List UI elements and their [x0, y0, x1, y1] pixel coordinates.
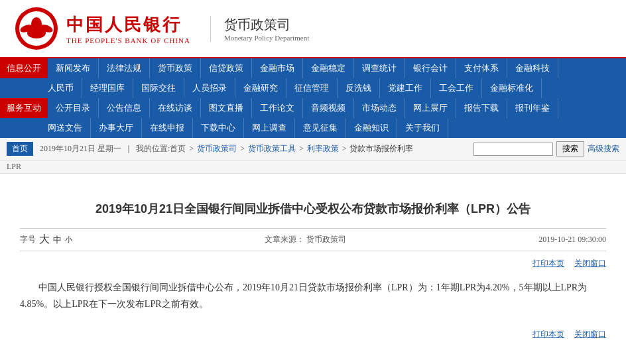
nav-row-4: 网送文告 办事大厅 在线申报 下载中心 网上调查 意见征集 金融知识 关于我们: [0, 118, 626, 138]
nav-item-opinion[interactable]: 意见征集: [295, 118, 346, 138]
nav-item-credit[interactable]: 信贷政策: [201, 58, 252, 78]
nav-item-online-submit[interactable]: 在线申报: [142, 118, 193, 138]
nav-label-service: 服务互动: [0, 98, 48, 118]
bank-emblem: [13, 5, 60, 52]
nav-item-office-hall[interactable]: 办事大厅: [91, 118, 142, 138]
source-label: 文章来源：: [265, 235, 304, 244]
dept-name-en: Monetary Policy Department: [224, 34, 309, 42]
breadcrumb-date: 2019年10月21日 星期一: [40, 143, 121, 154]
source-value: 货币政策司: [306, 235, 346, 244]
nav-items-row3: 公开目录 公告信息 在线访谈 图文直播 工作论文 音频视频 市场动态 网上展厅 …: [48, 98, 626, 118]
breadcrumb-lpr: 贷款市场报价利率: [349, 143, 413, 154]
nav-item-survey[interactable]: 调查统计: [354, 58, 405, 78]
nav-item-treasury[interactable]: 经理国库: [82, 78, 133, 98]
nav-item-fintech[interactable]: 金融科技: [507, 58, 558, 78]
logo-area: 中国人民银行 THE PEOPLE'S BANK OF CHINA: [13, 5, 190, 52]
advanced-search-link[interactable]: 高级搜索: [588, 143, 619, 154]
nav-item-financial-market[interactable]: 金融市场: [252, 58, 303, 78]
nav-item-exhibition[interactable]: 网上展厅: [405, 98, 456, 118]
nav-item-fin-standard[interactable]: 金融标准化: [482, 78, 542, 98]
breadcrumb-arrow2: >: [240, 144, 245, 154]
font-big-button[interactable]: 大: [39, 233, 50, 247]
breadcrumb-monetary-tools[interactable]: 货币政策工具: [248, 143, 296, 154]
font-small-button[interactable]: 小: [65, 235, 72, 245]
nav-item-catalog[interactable]: 公开目录: [48, 98, 99, 118]
nav-item-online-notice[interactable]: 网送文告: [40, 118, 91, 138]
home-button[interactable]: 首页: [7, 142, 33, 156]
print-link-top[interactable]: 打印本页: [532, 258, 564, 269]
nav-row-3: 服务互动 公开目录 公告信息 在线访谈 图文直播 工作论文 音频视频 市场动态 …: [0, 98, 626, 118]
nav-item-banking-accounting[interactable]: 银行会计: [405, 58, 456, 78]
nav-item-credit-mgmt[interactable]: 征信管理: [286, 78, 338, 98]
nav-item-finresearch[interactable]: 金融研究: [235, 78, 286, 98]
lpr-label: LPR: [7, 162, 21, 171]
article-source: 文章来源： 货币政策司: [265, 234, 346, 245]
nav-item-news[interactable]: 新闻发布: [48, 58, 99, 78]
close-link-bottom[interactable]: 关闭窗口: [574, 329, 606, 340]
breadcrumb-separator1: ｜: [125, 143, 133, 154]
article-actions-bottom: 打印本页 关闭窗口: [20, 322, 606, 340]
sub-breadcrumb: LPR: [0, 160, 626, 174]
nav-item-intl[interactable]: 国际交往: [133, 78, 184, 98]
nav-item-announcement[interactable]: 公告信息: [99, 98, 150, 118]
article-actions-top: 打印本页 关闭窗口: [20, 258, 606, 269]
nav-item-rmb[interactable]: 人民币: [40, 78, 82, 98]
breadcrumb-monetary-dept[interactable]: 货币政策司: [197, 143, 237, 154]
breadcrumb-arrow3: >: [299, 144, 304, 154]
nav-items-row4: 网送文告 办事大厅 在线申报 下载中心 网上调查 意见征集 金融知识 关于我们: [40, 118, 626, 138]
breadcrumb-location: 我的位置:首页: [136, 143, 186, 154]
nav-row-2: 人民币 经理国库 国际交往 人员招录 金融研究 征信管理 反洗钱 党建工作 工会…: [0, 78, 626, 98]
nav-item-payment[interactable]: 支付体系: [456, 58, 507, 78]
article-body: 中国人民银行授权全国银行间同业拆借中心公布，2019年10月21日贷款市场报价利…: [20, 279, 606, 312]
nav-item-aml[interactable]: 反洗钱: [338, 78, 380, 98]
nav-item-fin-knowledge[interactable]: 金融知识: [346, 118, 397, 138]
nav-items-row1: 新闻发布 法律法规 货币政策 信贷政策 金融市场 金融稳定 调查统计 银行会计 …: [48, 58, 626, 78]
nav-row-1: 信息公开 新闻发布 法律法规 货币政策 信贷政策 金融市场 金融稳定 调查统计 …: [0, 58, 626, 78]
nav-item-union[interactable]: 工会工作: [431, 78, 482, 98]
nav-label-info: 信息公开: [0, 58, 48, 78]
search-button[interactable]: 搜索: [556, 141, 584, 156]
nav-item-market[interactable]: 市场动态: [354, 98, 405, 118]
nav-label-empty2: [0, 118, 40, 138]
nav-item-audio[interactable]: 音频视频: [303, 98, 354, 118]
close-link-top[interactable]: 关闭窗口: [574, 258, 606, 269]
nav-item-download[interactable]: 下载中心: [193, 118, 244, 138]
breadcrumb-right: 搜索 高级搜索: [473, 141, 619, 156]
department-info: 货币政策司 Monetary Policy Department: [210, 16, 309, 42]
main-content: 2019年10月21日全国银行间同业拆借中心受权公布贷款市场报价利率（LPR）公…: [0, 174, 626, 360]
breadcrumb-rate-policy[interactable]: 利率政策: [307, 143, 339, 154]
breadcrumb-arrow1: >: [189, 144, 194, 154]
nav-item-papers[interactable]: 工作论文: [252, 98, 303, 118]
bank-name-en: THE PEOPLE'S BANK OF CHINA: [66, 36, 190, 44]
breadcrumb-left: 首页 2019年10月21日 星期一 ｜ 我的位置:首页 > 货币政策司 > 货…: [7, 142, 413, 156]
nav-item-periodical[interactable]: 报刊年鉴: [507, 98, 558, 118]
nav-item-pictorial[interactable]: 图文直播: [201, 98, 252, 118]
nav-label-empty1: [0, 78, 40, 98]
page-header: 中国人民银行 THE PEOPLE'S BANK OF CHINA 货币政策司 …: [0, 0, 626, 58]
nav-item-interview[interactable]: 在线访谈: [150, 98, 201, 118]
nav-item-law[interactable]: 法律法规: [99, 58, 150, 78]
navigation: 信息公开 新闻发布 法律法规 货币政策 信贷政策 金融市场 金融稳定 调查统计 …: [0, 58, 626, 138]
nav-item-monetary[interactable]: 货币政策: [150, 58, 201, 78]
print-link-bottom[interactable]: 打印本页: [532, 329, 564, 340]
article-meta: 字号 大 中 小 文章来源： 货币政策司 2019-10-21 09:30:00: [20, 228, 606, 251]
nav-item-about[interactable]: 关于我们: [397, 118, 448, 138]
search-input[interactable]: [473, 143, 553, 156]
article-title: 2019年10月21日全国银行间同业拆借中心受权公布贷款市场报价利率（LPR）公…: [20, 200, 606, 218]
font-size-control: 字号 大 中 小: [20, 233, 72, 247]
breadcrumb-bar: 首页 2019年10月21日 星期一 ｜ 我的位置:首页 > 货币政策司 > 货…: [0, 138, 626, 160]
font-mid-button[interactable]: 中: [53, 234, 62, 246]
breadcrumb-arrow4: >: [342, 144, 347, 154]
bank-name-cn: 中国人民银行: [66, 13, 182, 36]
nav-item-recruit[interactable]: 人员招录: [184, 78, 235, 98]
nav-item-party[interactable]: 党建工作: [380, 78, 431, 98]
dept-name-cn: 货币政策司: [224, 16, 309, 34]
nav-item-reports[interactable]: 报告下载: [456, 98, 507, 118]
article-date: 2019-10-21 09:30:00: [538, 235, 606, 245]
nav-item-survey2[interactable]: 网上调查: [244, 118, 295, 138]
nav-items-row2: 人民币 经理国库 国际交往 人员招录 金融研究 征信管理 反洗钱 党建工作 工会…: [40, 78, 626, 98]
logo-text: 中国人民银行 THE PEOPLE'S BANK OF CHINA: [66, 13, 190, 44]
font-size-label: 字号: [20, 234, 36, 245]
nav-item-financial-stability[interactable]: 金融稳定: [303, 58, 354, 78]
